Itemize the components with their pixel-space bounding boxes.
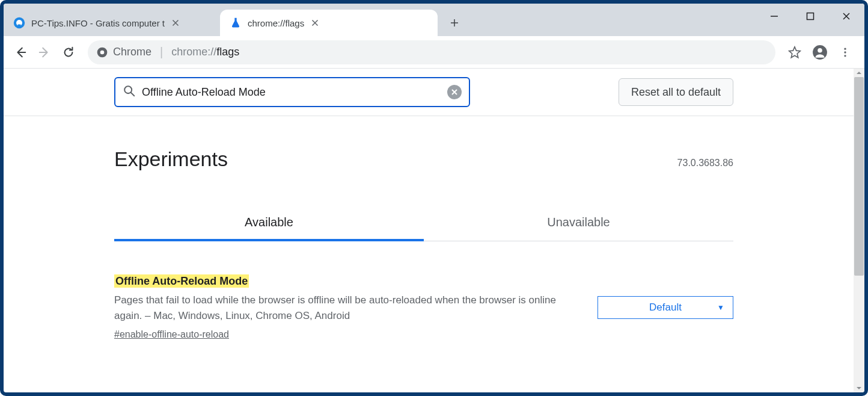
svg-rect-2 [18, 25, 21, 26]
experiment-info: Offline Auto-Reload Mode Pages that fail… [114, 275, 573, 340]
flask-favicon-icon [230, 17, 242, 29]
experiment-title: Offline Auto-Reload Mode [114, 274, 249, 288]
page-title: Experiments [114, 147, 228, 171]
scroll-thumb[interactable] [854, 77, 864, 276]
profile-icon[interactable] [809, 42, 831, 63]
tab-strip: PC-Tips.INFO - Gratis computer t chrome:… [4, 4, 864, 36]
close-tab-icon[interactable] [171, 18, 180, 28]
pc-tips-favicon-icon [13, 17, 25, 29]
svg-point-9 [844, 51, 846, 53]
forward-button[interactable] [34, 42, 55, 63]
toolbar: Chrome | chrome://flags [4, 36, 864, 69]
window-controls [756, 4, 864, 29]
headline-row: Experiments 73.0.3683.86 [114, 147, 733, 171]
version-label: 73.0.3683.86 [677, 158, 733, 169]
omnibox[interactable]: Chrome | chrome://flags [88, 40, 775, 64]
tab-active[interactable]: chrome://flags [220, 10, 438, 36]
url-text: chrome://flags [171, 46, 239, 58]
new-tab-button[interactable] [445, 13, 464, 32]
clear-search-icon[interactable] [447, 85, 462, 99]
chip-separator: | [160, 45, 163, 59]
chrome-chip: Chrome [96, 46, 151, 58]
close-window-button[interactable] [828, 4, 864, 29]
tab-available[interactable]: Available [114, 206, 424, 241]
reset-all-button[interactable]: Reset all to default [619, 78, 733, 106]
chrome-icon [96, 46, 108, 58]
flags-page: Reset all to default Experiments 73.0.36… [4, 69, 854, 392]
flag-tabs: Available Unavailable [114, 206, 733, 241]
search-input[interactable] [142, 86, 441, 99]
back-button[interactable] [10, 42, 31, 63]
experiment-description: Pages that fail to load while the browse… [114, 292, 573, 324]
experiment-row: Offline Auto-Reload Mode Pages that fail… [114, 275, 733, 340]
svg-rect-3 [807, 13, 814, 20]
svg-point-5 [100, 50, 105, 54]
flags-header: Reset all to default [4, 69, 854, 116]
select-value: Default [649, 302, 682, 314]
minimize-button[interactable] [756, 4, 792, 29]
scrollbar[interactable] [854, 69, 864, 392]
experiment-anchor[interactable]: #enable-offline-auto-reload [114, 329, 229, 340]
chevron-down-icon: ▼ [717, 303, 724, 312]
tab-title: PC-Tips.INFO - Gratis computer t [31, 18, 165, 28]
content-area: Reset all to default Experiments 73.0.36… [4, 69, 864, 392]
scroll-up-icon[interactable] [854, 69, 864, 77]
tab-title: chrome://flags [248, 18, 304, 28]
close-tab-icon[interactable] [310, 18, 320, 28]
reload-button[interactable] [58, 42, 79, 63]
experiment-select[interactable]: Default ▼ [598, 296, 733, 319]
kebab-menu-icon[interactable] [834, 42, 856, 63]
bookmark-star-icon[interactable] [784, 42, 805, 63]
chip-label: Chrome [113, 46, 151, 58]
svg-point-10 [844, 55, 846, 57]
svg-point-7 [818, 48, 822, 52]
svg-point-8 [844, 48, 846, 49]
search-icon [123, 84, 136, 100]
tab-background[interactable]: PC-Tips.INFO - Gratis computer t [4, 10, 220, 36]
scroll-down-icon[interactable] [854, 384, 864, 392]
maximize-button[interactable] [792, 4, 828, 29]
flags-body: Experiments 73.0.3683.86 Available Unava… [4, 147, 854, 340]
search-wrapper [114, 77, 470, 107]
tab-unavailable[interactable]: Unavailable [424, 206, 733, 241]
toolbar-right [784, 42, 858, 63]
browser-window: PC-Tips.INFO - Gratis computer t chrome:… [0, 0, 868, 396]
